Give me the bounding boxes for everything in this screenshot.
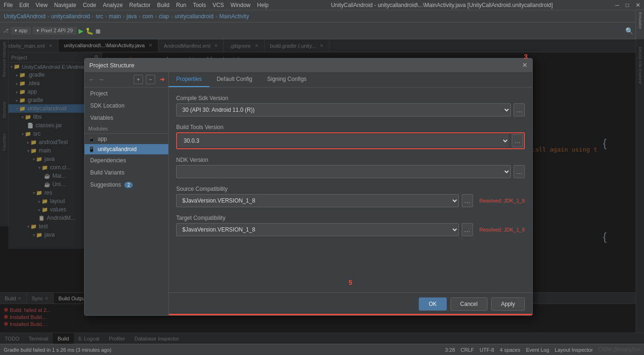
window-title: UnityCallAndroid - unitycallandroid\...\…: [275, 2, 609, 8]
stop-button[interactable]: ◼: [95, 27, 101, 35]
breadcrumb-item[interactable]: unitycallandroid: [174, 13, 213, 20]
build-tools-dots[interactable]: …: [512, 134, 523, 147]
minimize-button[interactable]: ─: [615, 2, 619, 8]
tab-default-config[interactable]: Default Config: [209, 72, 260, 87]
apply-button[interactable]: Apply: [491, 297, 525, 311]
dialog-close-button[interactable]: ✕: [522, 61, 528, 69]
menu-item-help[interactable]: Help: [257, 2, 269, 8]
menu-item-build[interactable]: Build: [157, 2, 170, 8]
module-icon: 📱: [88, 136, 95, 142]
breadcrumb-item[interactable]: main: [109, 13, 121, 20]
compile-sdk-dots[interactable]: …: [514, 103, 525, 116]
breadcrumb-item[interactable]: unitycallandroid: [51, 13, 90, 20]
menu-item-vcs[interactable]: VCS: [213, 2, 224, 8]
compile-sdk-row: 30 (API 30: Android 11.0 (R)) …: [176, 103, 525, 116]
close-button[interactable]: ✕: [636, 2, 640, 8]
module-unitycallandroid[interactable]: 📱 unitycallandroid: [85, 144, 168, 154]
properties-form: Compile Sdk Version 30 (API 30: Android …: [169, 87, 532, 292]
breadcrumb-item[interactable]: src: [96, 13, 103, 20]
module-label: app: [98, 136, 107, 142]
tab-signing-configs[interactable]: Signing Configs: [260, 72, 314, 87]
run-button[interactable]: ▶: [79, 27, 84, 35]
toolbar-device-dropdown[interactable]: ▾ Pixel 2 API 29: [33, 27, 77, 35]
menu-item-file[interactable]: File: [4, 2, 13, 8]
build-tools-row: 30.0.3 …: [176, 132, 525, 149]
status-indent[interactable]: 4 spaces: [500, 347, 520, 353]
ndk-version-group: NDK Version …: [176, 157, 525, 178]
menu-item-navigate[interactable]: Navigate: [54, 2, 76, 8]
source-compat-dots[interactable]: …: [462, 194, 473, 207]
menu-item-analyze[interactable]: Analyze: [103, 2, 123, 8]
nav-item-suggestions[interactable]: Suggestions 2: [85, 179, 168, 191]
menu-item-tools[interactable]: Tools: [193, 2, 206, 8]
source-compat-select[interactable]: $JavaVersion.VERSION_1_8: [176, 194, 459, 207]
dialog-title-text: Project Structure: [89, 62, 135, 69]
nav-forward-button[interactable]: →: [98, 76, 104, 83]
menu-item-edit[interactable]: Edit: [19, 2, 29, 8]
menu-item-run[interactable]: Run: [176, 2, 186, 8]
content-tabs: Properties Default Config Signing Config…: [169, 72, 532, 87]
toolbar-icon-git[interactable]: ⎇: [3, 28, 9, 34]
breadcrumb: UnityCallAndroid › unitycallandroid › sr…: [0, 10, 644, 22]
nav-item-variables[interactable]: Variables: [85, 112, 168, 124]
breadcrumb-item[interactable]: com: [143, 13, 153, 20]
toolbar-app-dropdown[interactable]: ▾ app: [11, 27, 31, 35]
target-compat-dots[interactable]: …: [462, 223, 473, 236]
annotation-3: 3: [524, 53, 528, 60]
project-structure-dialog: 3 Project Structure ✕ ← → + − ➔ Project …: [84, 58, 533, 316]
cancel-button[interactable]: Cancel: [451, 297, 487, 311]
source-compat-resolved: Resolved: JDK_1_8: [479, 198, 525, 203]
breadcrumb-item[interactable]: clap: [158, 13, 169, 20]
emulator-icon[interactable]: Emulator: [638, 12, 643, 29]
status-crlf[interactable]: CRLF: [461, 347, 474, 353]
compile-sdk-label: Compile Sdk Version: [176, 95, 525, 101]
debug-button[interactable]: 🐛: [86, 27, 93, 35]
nav-back-button[interactable]: ←: [88, 76, 95, 83]
ndk-version-select[interactable]: [176, 165, 511, 178]
build-tools-group: 4 Build Tools Version 30.0.3 …: [176, 124, 525, 149]
status-message: Gradle build failed in 1 s 26 ms (3 minu…: [4, 347, 439, 353]
annotation-5: 5: [349, 279, 352, 286]
status-event-log[interactable]: Event Log: [526, 347, 549, 353]
menu-item-code[interactable]: Code: [83, 2, 96, 8]
search-everywhere-button[interactable]: 🔍: [625, 27, 633, 35]
status-charset[interactable]: UTF-8: [479, 347, 494, 353]
dialog-body: ← → + − ➔ Project SDK Location Variables…: [85, 72, 532, 315]
module-app[interactable]: 📱 app: [85, 134, 168, 144]
suggestions-badge: 2: [124, 182, 133, 188]
breadcrumb-item[interactable]: MainActivity: [219, 13, 249, 20]
nav-remove-button[interactable]: −: [146, 75, 155, 84]
compile-sdk-select[interactable]: 30 (API 30: Android 11.0 (R)): [176, 103, 511, 116]
toolbar: ⎇ ▾ app ▾ Pixel 2 API 29 ▶ 🐛 ◼ 🔍 ⚙: [0, 22, 644, 39]
source-compat-row: $JavaVersion.VERSION_1_8 … Resolved: JDK…: [176, 194, 525, 207]
menu-item-refactor[interactable]: Refactor: [129, 2, 150, 8]
dialog-footer: 5 OK Cancel Apply: [169, 292, 532, 315]
compile-sdk-group: Compile Sdk Version 30 (API 30: Android …: [176, 95, 525, 116]
modal-overlay: 3 Project Structure ✕ ← → + − ➔ Project …: [0, 39, 644, 344]
breadcrumb-item[interactable]: UnityCallAndroid: [4, 13, 45, 20]
dialog-nav: ← → + − ➔ Project SDK Location Variables…: [85, 72, 169, 315]
annotation-2: ➔: [160, 76, 165, 83]
breadcrumb-item[interactable]: java: [127, 13, 137, 20]
target-compat-resolved: Resolved: JDK_1_8: [479, 227, 525, 232]
module-icon: 📱: [88, 146, 95, 152]
nav-item-dependencies[interactable]: Dependencies: [85, 154, 168, 167]
csdn-watermark: CSDN @lmajng3cm: [598, 347, 640, 353]
target-compat-select[interactable]: $JavaVersion.VERSION_1_8: [176, 223, 459, 236]
menu-item-view[interactable]: View: [36, 2, 48, 8]
nav-add-button[interactable]: +: [134, 75, 143, 84]
tab-properties[interactable]: Properties: [169, 72, 209, 87]
build-tools-label: Build Tools Version: [176, 124, 525, 130]
status-layout-inspector[interactable]: Layout Inspector: [555, 347, 593, 353]
nav-item-project[interactable]: Project: [85, 87, 168, 100]
ndk-version-row: …: [176, 165, 525, 178]
maximize-button[interactable]: □: [626, 2, 629, 8]
status-bar: Gradle build failed in 1 s 26 ms (3 minu…: [0, 344, 644, 355]
ok-button[interactable]: OK: [419, 297, 446, 311]
nav-item-sdk-location[interactable]: SDK Location: [85, 100, 168, 112]
build-tools-select[interactable]: 30.0.3: [178, 134, 509, 147]
menu-item-window[interactable]: Window: [230, 2, 250, 8]
status-right: 3:28 CRLF UTF-8 4 spaces Event Log Layou…: [445, 347, 640, 353]
nav-item-build-variants[interactable]: Build Variants: [85, 167, 168, 179]
ndk-version-dots[interactable]: …: [514, 165, 525, 178]
